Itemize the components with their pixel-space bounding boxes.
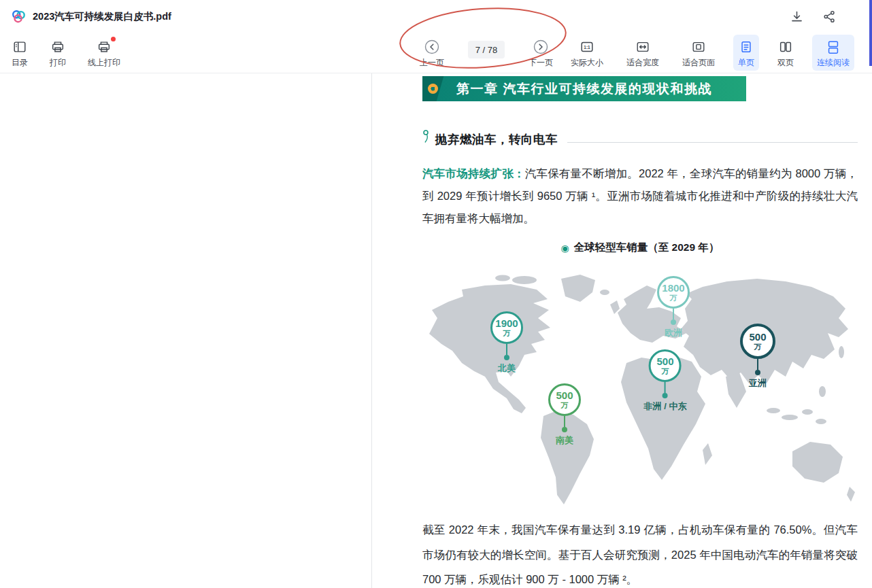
single-page-button[interactable]: 单页 — [733, 35, 759, 71]
map-badge-asia: 500 万 亚洲 — [740, 324, 775, 390]
left-blank-page-area — [0, 73, 372, 588]
world-map-figure: 1900 万 北美 1800 万 欧洲 500 — [422, 269, 858, 517]
continuous-read-icon — [825, 39, 841, 55]
one-to-one-icon: 1:1 — [579, 39, 595, 55]
value-unit: 万 — [662, 368, 669, 375]
toolbar-left-group: 目录 打印 线上打印 — [7, 35, 125, 71]
location-dot — [504, 355, 509, 360]
map-badge-europe: 1800 万 欧洲 — [657, 276, 690, 339]
map-badge-south-america: 500 万 南美 — [548, 383, 581, 447]
toc-label: 目录 — [12, 58, 28, 67]
prev-page-button[interactable]: 上一页 — [415, 35, 449, 71]
map-badge-north-america: 1900 万 北美 — [490, 311, 523, 375]
double-page-button[interactable]: 双页 — [773, 35, 799, 71]
prev-page-label: 上一页 — [420, 58, 444, 67]
location-dot — [671, 319, 676, 325]
region-label: 北美 — [498, 362, 516, 375]
section-marker-icon — [422, 130, 431, 143]
paragraph-2: 截至 2022 年末，我国汽车保有量达到 3.19 亿辆，占机动车保有量的 76… — [422, 517, 858, 588]
region-label: 欧洲 — [665, 327, 682, 339]
print-button[interactable]: 打印 — [45, 35, 71, 71]
paragraph-1: 汽车市场持续扩张：汽车保有量不断增加。2022 年，全球汽车的销量约为 8000… — [422, 162, 858, 230]
value-circle: 500 万 — [740, 324, 775, 359]
single-page-icon — [738, 39, 754, 55]
value-number: 500 — [556, 390, 573, 400]
section-title: 抛弃燃油车，转向电车 — [435, 131, 558, 148]
fit-page-icon — [690, 39, 707, 55]
fit-width-label: 适合宽度 — [626, 58, 659, 67]
paragraph-1-lead: 汽车市场持续扩张： — [422, 167, 525, 179]
value-circle: 1800 万 — [657, 276, 690, 309]
title-bar: 2023汽车可持续发展白皮书.pdf — [0, 0, 872, 33]
page-navigation: 上一页 7 / 78 下一页 — [415, 35, 558, 71]
online-print-button[interactable]: 线上打印 — [83, 35, 125, 71]
region-label: 南美 — [556, 434, 573, 447]
online-printer-icon — [96, 39, 112, 55]
leader-line — [506, 344, 507, 355]
toolbar-right-group: 1:1 实际大小 适合宽度 适合页面 — [566, 35, 854, 71]
value-unit: 万 — [670, 294, 677, 302]
value-number: 500 — [749, 332, 766, 342]
value-circle: 500 万 — [649, 349, 682, 382]
value-unit: 万 — [754, 343, 762, 351]
online-print-label: 线上打印 — [88, 58, 120, 67]
figure-title: ◉ 全球轻型车销量（至 2029 年） — [422, 241, 858, 255]
toolbar: 目录 打印 线上打印 — [0, 33, 872, 73]
value-circle: 1900 万 — [490, 311, 523, 344]
value-unit: 万 — [561, 402, 569, 409]
location-dot — [755, 370, 760, 375]
continuous-read-label: 连续阅读 — [817, 58, 850, 67]
fit-width-icon — [635, 39, 651, 55]
notification-dot — [111, 37, 116, 41]
printer-icon — [50, 39, 66, 55]
actual-size-label: 实际大小 — [571, 58, 603, 67]
toc-button[interactable]: 目录 — [7, 35, 33, 71]
next-page-label: 下一页 — [529, 58, 553, 67]
chapter-banner-text: 第一章 汽车行业可持续发展的现状和挑战 — [456, 80, 712, 98]
leader-line — [673, 309, 674, 319]
region-label: 非洲 / 中东 — [644, 400, 687, 413]
fit-page-button[interactable]: 适合页面 — [677, 35, 720, 71]
fit-width-button[interactable]: 适合宽度 — [622, 35, 664, 71]
fit-page-label: 适合页面 — [682, 58, 715, 67]
chapter-banner: 第一章 汽车行业可持续发展的现状和挑战 — [422, 76, 746, 101]
banner-circle-decoration — [428, 84, 438, 94]
value-number: 1800 — [662, 283, 684, 293]
app-logo-icon — [11, 9, 26, 24]
location-dot — [562, 427, 567, 432]
heading-rule — [567, 142, 858, 143]
value-number: 500 — [656, 356, 673, 366]
share-button[interactable] — [820, 7, 838, 25]
leader-line — [757, 359, 758, 370]
value-unit: 万 — [503, 330, 511, 337]
page-indicator[interactable]: 7 / 78 — [468, 41, 505, 58]
pdf-page: 第一章 汽车行业可持续发展的现状和挑战 抛弃燃油车，转向电车 汽车市场持续扩张：… — [373, 73, 872, 588]
print-label: 打印 — [50, 58, 66, 67]
double-page-icon — [777, 39, 794, 55]
scrollbar-thumb[interactable] — [869, 0, 872, 66]
next-page-button[interactable]: 下一页 — [524, 35, 558, 71]
bullet-icon: ◉ — [561, 243, 569, 253]
chevron-left-circle-icon — [424, 39, 440, 55]
value-circle: 500 万 — [548, 383, 581, 416]
download-button[interactable] — [788, 7, 805, 25]
header-actions — [788, 7, 838, 25]
document-title: 2023汽车可持续发展白皮书.pdf — [33, 10, 171, 23]
viewer-main: 第一章 汽车行业可持续发展的现状和挑战 抛弃燃油车，转向电车 汽车市场持续扩张：… — [0, 73, 872, 588]
leader-line — [665, 382, 666, 393]
world-map — [422, 269, 858, 517]
share-icon — [822, 10, 837, 24]
single-page-label: 单页 — [738, 58, 754, 67]
continuous-read-button[interactable]: 连续阅读 — [812, 35, 854, 71]
chevron-right-circle-icon — [533, 39, 549, 55]
actual-size-button[interactable]: 1:1 实际大小 — [566, 35, 608, 71]
download-icon — [790, 10, 804, 24]
svg-text:1:1: 1:1 — [584, 45, 590, 50]
map-badge-africa-middle-east: 500 万 非洲 / 中东 — [644, 349, 687, 413]
figure-title-text: 全球轻型车销量（至 2029 年） — [574, 241, 720, 255]
section-heading: 抛弃燃油车，转向电车 — [422, 131, 858, 148]
value-number: 1900 — [495, 318, 518, 328]
leader-line — [564, 416, 565, 427]
location-dot — [663, 393, 668, 398]
toc-panel-icon — [12, 39, 28, 55]
